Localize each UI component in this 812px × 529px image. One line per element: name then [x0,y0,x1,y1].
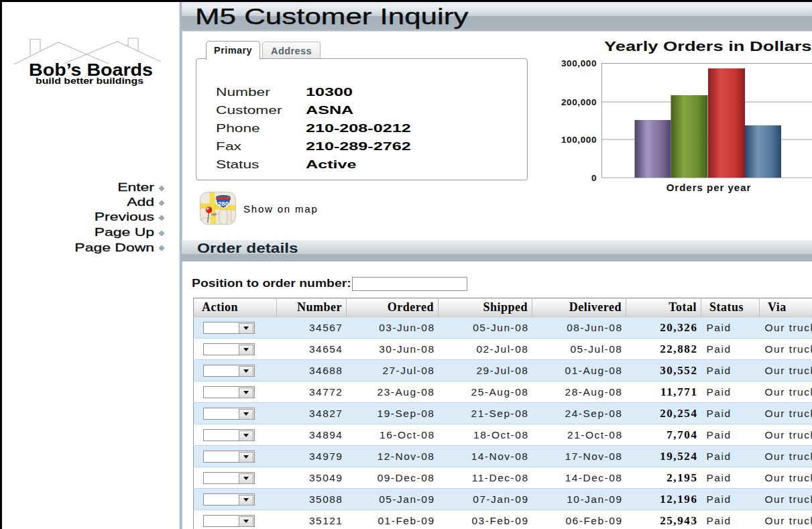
svg-text:0: 0 [591,173,597,183]
svg-text:300,000: 300,000 [561,58,597,68]
svg-text:280: 280 [218,200,229,207]
svg-text:Orders per year: Orders per year [666,182,752,193]
svg-text:build better buildings: build better buildings [36,76,143,86]
